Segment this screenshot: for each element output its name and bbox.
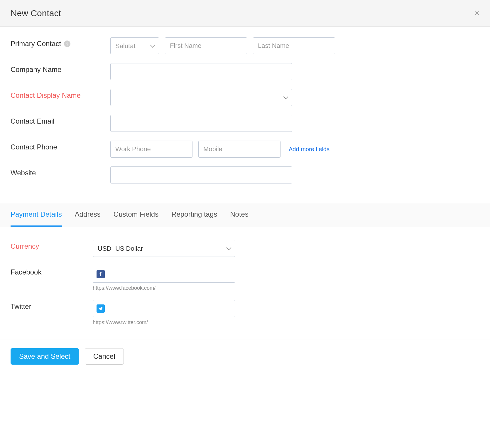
tab-reporting-tags[interactable]: Reporting tags — [171, 203, 217, 227]
close-icon[interactable]: × — [475, 9, 479, 17]
cancel-button[interactable]: Cancel — [85, 348, 124, 365]
save-button[interactable]: Save and Select — [11, 348, 79, 365]
label-primary-contact-text: Primary Contact — [11, 40, 61, 48]
tab-notes[interactable]: Notes — [230, 203, 249, 227]
salutation-select[interactable]: Salutat — [110, 37, 159, 54]
first-name-input[interactable] — [165, 37, 247, 54]
row-primary-contact: Primary Contact ? Salutat — [11, 37, 479, 54]
last-name-input[interactable] — [253, 37, 335, 54]
help-icon[interactable]: ? — [64, 41, 70, 47]
facebook-icon: f — [93, 266, 108, 283]
label-currency: Currency — [11, 240, 93, 250]
label-facebook: Facebook — [11, 266, 93, 276]
twitter-help-text: https://www.twitter.com/ — [93, 319, 235, 326]
row-contact-phone: Contact Phone Add more fields — [11, 141, 479, 158]
row-contact-display-name: Contact Display Name — [11, 89, 479, 106]
label-contact-display-name: Contact Display Name — [11, 89, 110, 100]
label-primary-contact: Primary Contact ? — [11, 37, 110, 48]
add-more-fields-link[interactable]: Add more fields — [289, 146, 330, 153]
company-name-input[interactable] — [110, 63, 292, 80]
facebook-help-text: https://www.facebook.com/ — [93, 285, 235, 291]
row-currency: Currency USD- US Dollar — [11, 240, 479, 257]
row-twitter: Twitter https://www.twitter.com/ — [11, 300, 479, 326]
tab-content-payment-details: Currency USD- US Dollar Facebook f https… — [0, 227, 490, 339]
label-twitter: Twitter — [11, 300, 93, 311]
dialog-footer: Save and Select Cancel — [0, 339, 490, 373]
label-contact-email: Contact Email — [11, 115, 110, 125]
contact-display-name-select[interactable] — [110, 89, 292, 106]
form-body: Primary Contact ? Salutat Company Name C… — [0, 27, 490, 197]
tab-custom-fields[interactable]: Custom Fields — [114, 203, 158, 227]
tab-payment-details[interactable]: Payment Details — [11, 203, 62, 227]
twitter-icon — [93, 300, 108, 317]
website-input[interactable] — [110, 166, 292, 183]
contact-email-input[interactable] — [110, 115, 292, 132]
dialog-header: New Contact × — [0, 0, 490, 27]
twitter-input[interactable] — [108, 300, 235, 317]
row-facebook: Facebook f https://www.facebook.com/ — [11, 266, 479, 291]
label-website: Website — [11, 166, 110, 177]
facebook-input[interactable] — [108, 266, 235, 283]
page-title: New Contact — [11, 8, 61, 18]
label-contact-phone: Contact Phone — [11, 141, 110, 151]
label-company-name: Company Name — [11, 63, 110, 74]
row-website: Website — [11, 166, 479, 183]
row-contact-email: Contact Email — [11, 115, 479, 132]
tab-address[interactable]: Address — [75, 203, 101, 227]
mobile-input[interactable] — [198, 141, 281, 158]
currency-select[interactable]: USD- US Dollar — [93, 240, 235, 257]
tabs-container: Payment Details Address Custom Fields Re… — [0, 203, 490, 227]
row-company-name: Company Name — [11, 63, 479, 80]
work-phone-input[interactable] — [110, 141, 192, 158]
